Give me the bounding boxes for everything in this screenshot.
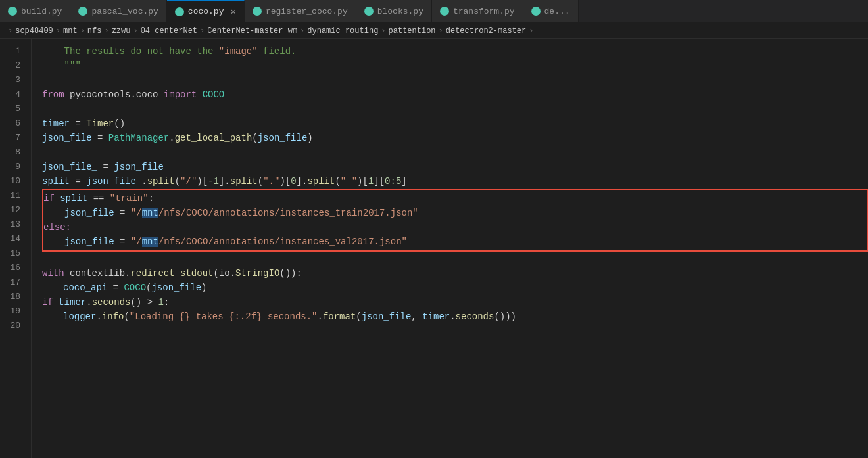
- line-num-19: 19: [0, 304, 26, 319]
- line-num-3: 3: [0, 73, 26, 87]
- tab-coco-py[interactable]: coco.py ✕: [167, 0, 245, 23]
- dot-5: .: [318, 309, 323, 324]
- code-line-15: [42, 252, 868, 266]
- str-train-path-1: "/mnt/nfs/COCO/annotations/instances_tra…: [131, 206, 418, 220]
- tab-blocks-py[interactable]: blocks.py: [356, 0, 432, 23]
- mod-contextlib: contextlib.: [70, 266, 130, 281]
- tab-icon-transform: [440, 7, 449, 16]
- var-timer: timer: [42, 116, 70, 131]
- fn-split-2: split: [230, 174, 258, 189]
- op-assign-1: =: [70, 116, 86, 131]
- tab-icon-build: [8, 7, 17, 16]
- code-line-17: coco_api = COCO(json_file): [42, 281, 868, 295]
- fn-info: info: [102, 309, 124, 324]
- colon-2: :: [164, 295, 169, 309]
- tab-pascal-voc-py[interactable]: pascal_voc.py: [70, 0, 166, 23]
- var-json-file-us2: json_file_: [86, 174, 141, 189]
- paren-7: ()):: [279, 266, 302, 281]
- tab-de-py[interactable]: de...: [523, 0, 579, 23]
- code-line-10: split = json_file_.split("/")[-1].split(…: [42, 174, 868, 189]
- fn-split-3: split: [307, 174, 335, 189]
- tab-label-transform: transform.py: [453, 7, 515, 16]
- tab-close-coco[interactable]: ✕: [230, 6, 235, 17]
- fn-split-1: split: [147, 174, 175, 189]
- tab-label-de: de...: [544, 7, 570, 16]
- var-split: split: [42, 174, 70, 189]
- paren-12: (: [356, 309, 361, 324]
- bracket-1: (: [175, 174, 180, 189]
- line-num-8: 8: [0, 145, 26, 160]
- tab-icon-de: [531, 7, 541, 16]
- breadcrumb-zzwu: zzwu: [112, 26, 131, 35]
- line-numbers: 1 2 3 4 5 6 7 8 9 10 11 12 13 14 15 16 1…: [0, 39, 32, 458]
- dot-1: .: [169, 131, 174, 145]
- code-area: 1 2 3 4 5 6 7 8 9 10 11 12 13 14 15 16 1…: [0, 39, 868, 458]
- code-line-2: """: [42, 58, 868, 73]
- var-json-file-5: json_file: [151, 281, 201, 295]
- paren-1: (): [114, 116, 125, 131]
- tab-build-py[interactable]: build.py: [0, 0, 70, 23]
- breadcrumb-chevron-left: ›: [8, 26, 12, 35]
- tab-label-pascal: pascal_voc.py: [91, 7, 158, 16]
- line-num-4: 4: [0, 87, 26, 102]
- line-num-17: 17: [0, 275, 26, 290]
- paren-6: (: [213, 266, 218, 281]
- code-line-11: if split == "train":: [43, 191, 867, 206]
- tab-icon-coco: [175, 7, 184, 16]
- kw-with: with: [42, 266, 70, 281]
- line-num-20: 20: [0, 319, 26, 333]
- paren-5: (: [335, 174, 340, 189]
- kw-if-2: if: [42, 295, 59, 309]
- line-num-10: 10: [0, 174, 26, 189]
- num-neg1: -1: [208, 174, 219, 189]
- cls-coco-2: COCO: [124, 281, 146, 295]
- line-num-5: 5: [0, 102, 26, 116]
- tab-icon-pascal: [78, 7, 87, 16]
- code-line-5: [42, 102, 868, 116]
- code-comment-2: """: [42, 58, 81, 73]
- code-line-9: json_file_ = json_file: [42, 160, 868, 174]
- bracket-6: )[: [357, 174, 368, 189]
- num-0: 0: [291, 174, 296, 189]
- breadcrumb: › scp48409 › mnt › nfs › zzwu › 04_cente…: [0, 23, 868, 39]
- var-json-file-1: json_file: [42, 131, 92, 145]
- breadcrumb-dynamic: dynamic_routing: [307, 26, 378, 35]
- breadcrumb-scp: scp48409: [15, 26, 53, 35]
- breadcrumb-pattention: pattention: [389, 26, 436, 35]
- str-loading: "Loading {} takes {:.2f} seconds.": [130, 309, 318, 324]
- code-line-18: if timer.seconds() > 1:: [42, 295, 868, 309]
- var-json-file-2: json_file: [114, 160, 164, 174]
- tab-transform-py[interactable]: transform.py: [432, 0, 523, 23]
- tab-icon-blocks: [364, 7, 374, 16]
- line-num-15: 15: [0, 246, 26, 261]
- fn-get-local-path: get_local_path: [175, 131, 253, 145]
- fn-redirect: redirect_stdout: [130, 266, 213, 281]
- bracket-5: ].: [297, 174, 308, 189]
- code-line-16: with contextlib.redirect_stdout(io.Strin…: [42, 266, 868, 281]
- bracket-2: )[: [197, 174, 208, 189]
- mod-pycocotools: pycocotools.coco: [70, 87, 164, 102]
- highlight-block: if split == "train": json_file = "/mnt/n…: [42, 189, 868, 252]
- str-slash: "/": [180, 174, 197, 189]
- tab-register-coco-py[interactable]: register_coco.py: [245, 0, 356, 23]
- breadcrumb-mnt: mnt: [63, 26, 78, 35]
- paren-2: (: [252, 131, 257, 145]
- op-assign-4: =: [70, 174, 86, 189]
- tab-label-coco: coco.py: [188, 7, 224, 16]
- code-content[interactable]: The results do not have the "image" fiel…: [32, 39, 868, 458]
- line-num-7: 7: [0, 131, 26, 145]
- code-line-14: json_file = "/mnt/nfs/COCO/annotations/i…: [43, 235, 867, 249]
- str-dot: ".": [263, 174, 279, 189]
- var-logger: logger: [63, 309, 96, 324]
- num-0-5: 0:5: [385, 174, 401, 189]
- code-line-7: json_file = PathManager.get_local_path(j…: [42, 131, 868, 145]
- line-num-12: 12: [0, 203, 26, 218]
- line-num-6: 6: [0, 116, 26, 131]
- comma-1: ,: [411, 309, 422, 324]
- breadcrumb-04centernet: 04_centerNet: [141, 26, 197, 35]
- tab-label-build: build.py: [21, 7, 62, 16]
- tab-bar: build.py pascal_voc.py coco.py ✕ registe…: [0, 0, 868, 23]
- var-json-file-underscore: json_file_: [42, 160, 97, 174]
- kw-from: from: [42, 87, 70, 102]
- code-line-3: [42, 73, 868, 87]
